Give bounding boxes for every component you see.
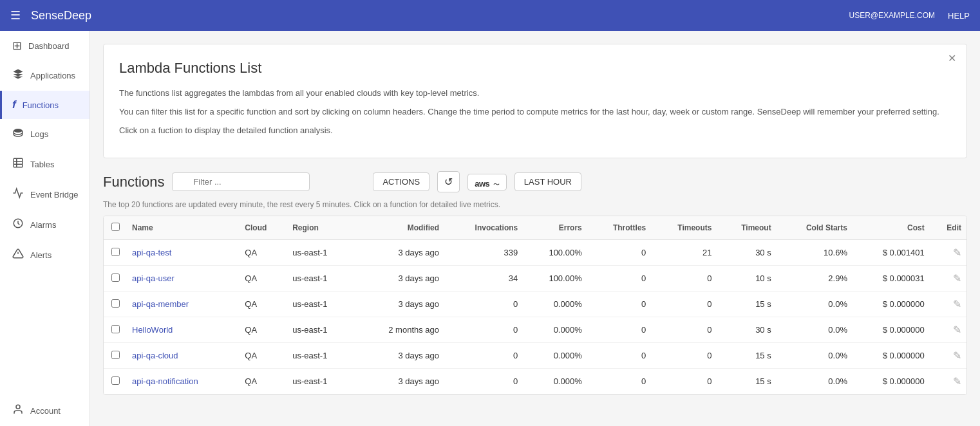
row-cold-starts-1: 2.9%: [777, 266, 853, 292]
sidebar-item-alerts[interactable]: Alerts: [0, 240, 90, 270]
table-row[interactable]: api-qa-notification QA us-east-1 3 days …: [104, 369, 966, 394]
sidebar-item-alarms[interactable]: Alarms: [0, 210, 90, 240]
info-paragraph-1: The functions list aggregates the lambda…: [119, 87, 951, 100]
menu-icon[interactable]: ☰: [10, 8, 21, 23]
help-link[interactable]: HELP: [948, 11, 970, 21]
top-nav: ☰ SenseDeep USER@EXAMPLE.COM HELP: [0, 0, 980, 31]
row-region-3: us-east-1: [287, 317, 354, 343]
info-box-close-button[interactable]: ✕: [948, 52, 956, 64]
row-region-0: us-east-1: [287, 240, 354, 266]
row-region-1: us-east-1: [287, 266, 354, 292]
row-modified-5: 3 days ago: [354, 369, 444, 394]
col-header-cost[interactable]: Cost: [853, 216, 930, 240]
account-icon: [12, 403, 24, 418]
filter-input[interactable]: [172, 172, 310, 191]
row-cold-starts-0: 10.6%: [777, 240, 853, 266]
functions-icon: f: [12, 98, 16, 111]
user-email: USER@EXAMPLE.COM: [849, 11, 935, 20]
row-cost-1: $ 0.000031: [853, 266, 930, 292]
row-checkbox-cell: [104, 266, 127, 292]
row-name-3[interactable]: HelloWorld: [127, 317, 240, 343]
row-name-5[interactable]: api-qa-notification: [127, 369, 240, 394]
filter-wrapper: 🔍: [172, 172, 365, 191]
row-errors-1: 100.00%: [523, 266, 587, 292]
row-edit-1[interactable]: ✎: [930, 266, 966, 292]
row-timeouts-5: 0: [651, 369, 717, 394]
row-checkbox-3[interactable]: [111, 325, 120, 333]
sidebar-item-label: Tables: [30, 160, 55, 169]
row-checkbox-cell: [104, 343, 127, 369]
row-edit-4[interactable]: ✎: [930, 343, 966, 369]
row-checkbox-5[interactable]: [111, 376, 120, 385]
col-header-errors[interactable]: Errors: [523, 216, 587, 240]
row-timeout-1: 10 s: [717, 266, 776, 292]
sidebar-item-applications[interactable]: Applications: [0, 60, 90, 91]
row-checkbox-cell: [104, 240, 127, 266]
row-invocations-0: 339: [444, 240, 523, 266]
main-content: Lambda Functions List ✕ The functions li…: [90, 31, 980, 426]
sidebar-item-account[interactable]: Account: [0, 396, 90, 426]
actions-button[interactable]: ACTIONS: [373, 172, 429, 191]
row-timeout-5: 15 s: [717, 369, 776, 394]
row-checkbox-4[interactable]: [111, 351, 120, 359]
info-paragraph-3: Click on a fuction to display the detail…: [119, 124, 951, 138]
sidebar-item-functions[interactable]: f Functions: [0, 91, 90, 119]
table-body: api-qa-test QA us-east-1 3 days ago 339 …: [104, 240, 966, 394]
row-edit-2[interactable]: ✎: [930, 292, 966, 317]
col-header-cold-starts[interactable]: Cold Starts: [777, 216, 853, 240]
col-header-name[interactable]: Name: [127, 216, 240, 240]
col-header-throttles[interactable]: Throttles: [587, 216, 652, 240]
col-header-invocations[interactable]: Invocations: [444, 216, 523, 240]
select-all-checkbox[interactable]: [111, 223, 120, 231]
table-row[interactable]: HelloWorld QA us-east-1 2 months ago 0 0…: [104, 317, 966, 343]
row-region-5: us-east-1: [287, 369, 354, 394]
table-row[interactable]: api-qa-user QA us-east-1 3 days ago 34 1…: [104, 266, 966, 292]
row-timeouts-0: 21: [651, 240, 717, 266]
sidebar-item-label: Applications: [30, 71, 75, 80]
time-button[interactable]: LAST HOUR: [514, 172, 581, 191]
row-name-0[interactable]: api-qa-test: [127, 240, 240, 266]
sidebar-item-logs[interactable]: Logs: [0, 119, 90, 149]
row-cost-3: $ 0.000000: [853, 317, 930, 343]
col-header-timeout[interactable]: Timeout: [717, 216, 776, 240]
sidebar-item-label: Alarms: [30, 220, 56, 230]
dashboard-icon: ⊞: [12, 39, 22, 53]
logs-icon: [12, 127, 24, 142]
table-row[interactable]: api-qa-member QA us-east-1 3 days ago 0 …: [104, 292, 966, 317]
row-timeouts-4: 0: [651, 343, 717, 369]
refresh-button[interactable]: ↺: [437, 171, 460, 192]
row-checkbox-0[interactable]: [111, 248, 120, 256]
row-edit-3[interactable]: ✎: [930, 317, 966, 343]
row-errors-0: 100.00%: [523, 240, 587, 266]
aws-smile: 〜: [493, 181, 500, 188]
alerts-icon: [12, 248, 24, 263]
row-checkbox-2[interactable]: [111, 299, 120, 308]
row-name-1[interactable]: api-qa-user: [127, 266, 240, 292]
table-row[interactable]: api-qa-test QA us-east-1 3 days ago 339 …: [104, 240, 966, 266]
table-row[interactable]: api-qa-cloud QA us-east-1 3 days ago 0 0…: [104, 343, 966, 369]
info-paragraph-2: You can filter this list for a specific …: [119, 106, 951, 119]
section-title: Functions: [103, 174, 164, 190]
row-throttles-4: 0: [587, 343, 652, 369]
aws-button[interactable]: aws 〜: [467, 174, 507, 190]
row-cost-5: $ 0.000000: [853, 369, 930, 394]
sidebar-item-tables[interactable]: Tables: [0, 149, 90, 180]
col-header-timeouts[interactable]: Timeouts: [651, 216, 717, 240]
row-cloud-2: QA: [240, 292, 287, 317]
sidebar-item-eventbridge[interactable]: Event Bridge: [0, 180, 90, 210]
sidebar-item-label: Event Bridge: [30, 190, 78, 199]
row-name-4[interactable]: api-qa-cloud: [127, 343, 240, 369]
row-checkbox-1[interactable]: [111, 273, 120, 282]
col-header-cloud[interactable]: Cloud: [240, 216, 287, 240]
row-edit-5[interactable]: ✎: [930, 369, 966, 394]
row-errors-4: 0.000%: [523, 343, 587, 369]
row-modified-2: 3 days ago: [354, 292, 444, 317]
col-header-region[interactable]: Region: [287, 216, 354, 240]
row-throttles-0: 0: [587, 240, 652, 266]
row-checkbox-cell: [104, 369, 127, 394]
row-edit-0[interactable]: ✎: [930, 240, 966, 266]
row-modified-4: 3 days ago: [354, 343, 444, 369]
row-name-2[interactable]: api-qa-member: [127, 292, 240, 317]
sidebar-item-dashboard[interactable]: ⊞ Dashboard: [0, 31, 90, 60]
col-header-modified[interactable]: Modified: [354, 216, 444, 240]
